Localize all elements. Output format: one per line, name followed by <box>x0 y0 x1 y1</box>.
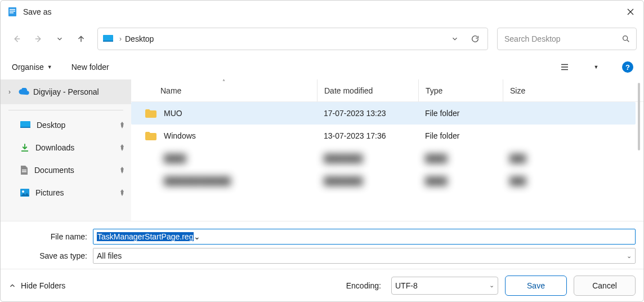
chevron-down-icon <box>451 35 459 43</box>
column-header-date[interactable]: Date modified <box>317 79 418 101</box>
document-icon <box>20 165 29 175</box>
desktop-location-icon <box>102 34 114 43</box>
save-as-dialog: Save as › Desktop <box>0 0 644 302</box>
body: › Digvijay - Personal Desktop Downloads … <box>1 79 643 221</box>
file-name: MUO <box>164 109 182 118</box>
forward-button[interactable] <box>29 29 48 48</box>
form-fields: File name: TaskManagerStartPage.reg ⌄ Sa… <box>1 221 643 269</box>
file-list-area: ˄ Name Date modified Type Size MUO 17-07… <box>131 79 643 221</box>
sidebar-separator <box>8 110 123 110</box>
navigation-sidebar: › Digvijay - Personal Desktop Downloads … <box>1 79 131 221</box>
sidebar-item-pictures[interactable]: Pictures <box>1 181 131 204</box>
column-headers: ˄ Name Date modified Type Size <box>131 79 643 102</box>
svg-point-6 <box>623 36 628 41</box>
address-dropdown-button[interactable] <box>445 29 465 49</box>
scrollbar-thumb[interactable] <box>638 83 640 150</box>
file-date: 13-07-2023 17:36 <box>317 131 418 140</box>
filename-dropdown-button[interactable]: ⌄ <box>194 232 200 241</box>
view-options-button[interactable] <box>557 59 573 75</box>
svg-rect-8 <box>20 127 30 128</box>
new-folder-label: New folder <box>71 63 109 72</box>
search-box[interactable] <box>497 28 637 50</box>
sidebar-item-label: Pictures <box>35 188 64 197</box>
chevron-down-icon <box>56 35 64 43</box>
chevron-down-icon: ⌄ <box>627 252 632 260</box>
search-icon <box>621 34 630 43</box>
file-row[interactable]: MUO 17-07-2023 13:23 File folder <box>131 102 636 125</box>
desktop-icon <box>20 121 31 130</box>
file-rows: MUO 17-07-2023 13:23 File folder Windows… <box>131 102 643 221</box>
sidebar-group-label: Digvijay - Personal <box>33 87 99 96</box>
column-header-type[interactable]: Type <box>418 79 503 101</box>
svg-rect-5 <box>103 41 113 42</box>
encoding-label: Encoding: <box>346 281 381 290</box>
file-type: File folder <box>418 109 503 118</box>
sidebar-item-downloads[interactable]: Downloads <box>1 136 131 159</box>
chevron-up-icon <box>8 282 16 290</box>
saveastype-combo[interactable]: All files ⌄ <box>93 248 636 264</box>
folder-icon <box>145 108 157 118</box>
help-button[interactable]: ? <box>620 59 636 75</box>
folder-icon <box>145 131 157 141</box>
chevron-right-icon: › <box>5 88 14 96</box>
breadcrumb-chevron-icon: › <box>119 35 122 43</box>
encoding-value: UTF-8 <box>395 281 418 290</box>
organise-label: Organise <box>12 63 44 72</box>
column-header-name[interactable]: ˄ Name <box>131 79 317 101</box>
cancel-button[interactable]: Cancel <box>574 276 636 296</box>
download-icon <box>20 143 30 153</box>
sidebar-item-label: Desktop <box>37 121 65 130</box>
breadcrumb-location[interactable]: Desktop <box>125 34 154 43</box>
file-name: Windows <box>164 131 196 140</box>
pin-icon <box>119 121 126 129</box>
arrow-right-icon <box>33 34 43 44</box>
saveastype-label: Save as type: <box>8 251 87 260</box>
close-button[interactable] <box>618 1 643 23</box>
encoding-combo[interactable]: UTF-8 ⌄ <box>391 277 498 295</box>
hide-folders-label: Hide Folders <box>21 281 65 290</box>
caret-down-icon: ▼ <box>47 64 52 70</box>
refresh-button[interactable] <box>465 29 485 49</box>
file-row-redacted: ████ ██████████████ <box>131 147 636 170</box>
column-header-size[interactable]: Size <box>503 79 559 101</box>
navigation-row: › Desktop <box>1 23 643 55</box>
svg-rect-2 <box>10 11 15 12</box>
sidebar-item-label: Downloads <box>35 143 74 152</box>
file-type: File folder <box>418 131 503 140</box>
view-options-caret[interactable]: ▼ <box>588 59 604 75</box>
file-date: 17-07-2023 13:23 <box>317 109 418 118</box>
filename-row: File name: TaskManagerStartPage.reg ⌄ <box>8 227 636 246</box>
hide-folders-button[interactable]: Hide Folders <box>8 281 65 290</box>
search-input[interactable] <box>503 34 621 44</box>
footer: Hide Folders Encoding: UTF-8 ⌄ Save Canc… <box>1 269 643 301</box>
file-row[interactable]: Windows 13-07-2023 17:36 File folder <box>131 125 636 147</box>
command-toolbar: Organise ▼ New folder ▼ ? <box>1 55 643 79</box>
sidebar-group-onedrive[interactable]: › Digvijay - Personal <box>1 79 131 104</box>
help-icon: ? <box>622 61 633 73</box>
svg-rect-3 <box>10 12 14 14</box>
sidebar-item-label: Documents <box>34 166 74 175</box>
pin-icon <box>119 189 126 197</box>
window-title: Save as <box>23 7 52 16</box>
recent-locations-button[interactable] <box>50 29 69 48</box>
svg-rect-9 <box>22 170 26 171</box>
filename-label: File name: <box>8 232 87 241</box>
sort-ascending-icon: ˄ <box>222 79 225 85</box>
pin-icon <box>119 144 126 152</box>
filename-input-wrapper[interactable]: TaskManagerStartPage.reg ⌄ <box>93 229 636 245</box>
new-folder-button[interactable]: New folder <box>68 60 113 74</box>
arrow-up-icon <box>76 34 86 44</box>
close-icon <box>627 8 634 15</box>
svg-point-12 <box>22 190 24 193</box>
back-button[interactable] <box>7 29 26 48</box>
onedrive-icon <box>17 88 30 96</box>
caret-down-icon: ▼ <box>594 64 599 70</box>
sidebar-item-desktop[interactable]: Desktop <box>1 114 131 136</box>
pictures-icon <box>20 188 30 197</box>
up-button[interactable] <box>71 29 91 48</box>
organise-button[interactable]: Organise ▼ <box>8 60 56 74</box>
save-button[interactable]: Save <box>505 276 567 296</box>
filename-input[interactable]: TaskManagerStartPage.reg <box>97 232 194 241</box>
address-bar[interactable]: › Desktop <box>97 28 488 50</box>
sidebar-item-documents[interactable]: Documents <box>1 159 131 181</box>
